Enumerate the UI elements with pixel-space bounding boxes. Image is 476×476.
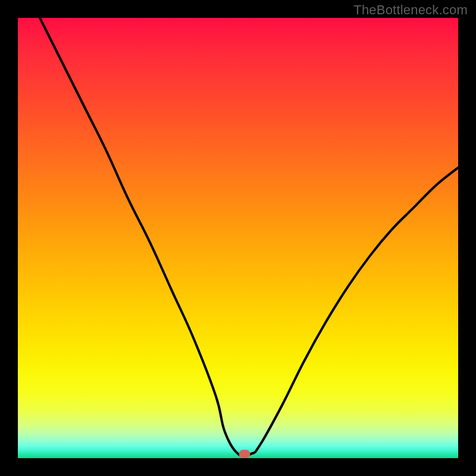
chart-frame: TheBottleneck.com (0, 0, 476, 476)
watermark-text: TheBottleneck.com (353, 2, 468, 18)
plot-area (18, 18, 458, 458)
bottleneck-curve (18, 18, 458, 458)
optimum-marker (239, 450, 250, 458)
curve-path (40, 18, 458, 456)
